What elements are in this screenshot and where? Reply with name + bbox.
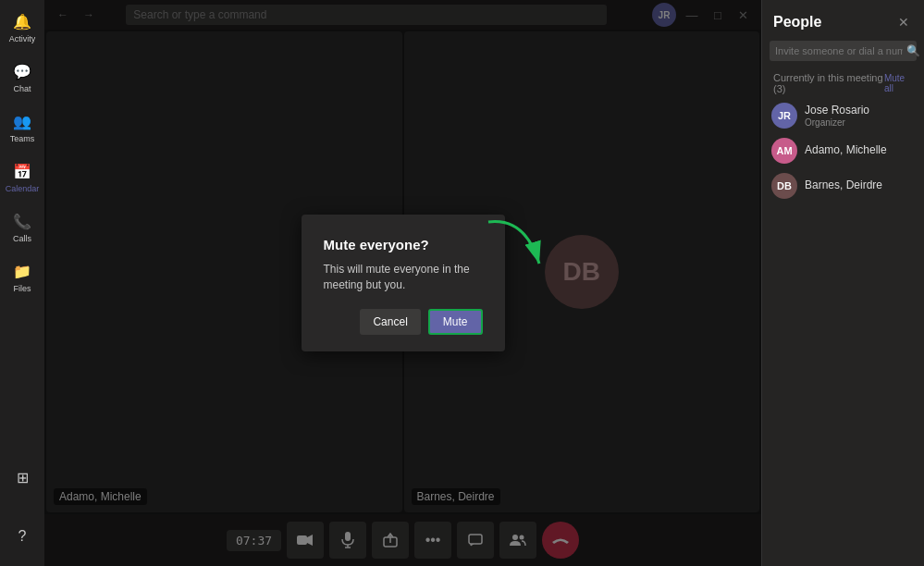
participant-avatar-am: AM [771,138,797,164]
sidebar-item-calls-label: Calls [13,234,31,243]
sidebar-item-files-label: Files [13,284,31,293]
sidebar-item-calendar-label: Calendar [6,184,40,193]
invite-input[interactable] [775,45,903,56]
calendar-icon: 📅 [13,163,31,181]
calls-icon: 📞 [13,213,31,231]
mute-dialog: Mute everyone? This will mute everyone i… [302,215,505,352]
participant-name-am: Adamo, Michelle [805,143,915,158]
modal-actions: Cancel Mute [324,309,483,335]
sidebar-item-activity-label: Activity [9,34,36,43]
participant-name-jr: Jose Rosario [805,104,915,118]
files-icon: 📁 [13,263,31,281]
sidebar-item-chat-label: Chat [13,84,31,93]
sidebar-item-activity[interactable]: 🔔 Activity [4,4,41,52]
invite-bar[interactable]: 🔍 [770,41,917,61]
modal-title: Mute everyone? [324,237,483,252]
mute-button[interactable]: Mute [428,309,483,335]
help-icon: ? [13,527,31,546]
panel-header: People ✕ [762,0,924,41]
teams-icon: 👥 [13,113,31,131]
sidebar-item-more[interactable]: ⊞ [4,453,41,501]
main-content: ← → Search or type a command JR — □ ✕ Ad… [44,0,761,566]
panel-close-button[interactable]: ✕ [894,13,913,31]
more-apps-icon: ⊞ [13,468,31,486]
search-icon: 🔍 [906,44,920,57]
participant-item-1[interactable]: AM Adamo, Michelle [762,133,924,168]
sidebar-item-help[interactable]: ? [4,512,41,560]
activity-icon: 🔔 [13,13,31,31]
sidebar-item-calls[interactable]: 📞 Calls [4,203,41,252]
participant-item-2[interactable]: DB Barnes, Deirdre [762,168,924,203]
arrow-indicator [479,213,553,287]
modal-overlay: Mute everyone? This will mute everyone i… [44,0,761,566]
participant-avatar-db: DB [771,173,797,199]
participant-item-0[interactable]: JR Jose Rosario Organizer [762,98,924,133]
participant-name-db: Barnes, Deirdre [805,178,915,193]
sidebar-item-calendar[interactable]: 📅 Calendar [4,154,41,202]
right-panel: People ✕ 🔍 Currently in this meeting (3)… [761,0,924,566]
participant-info-1: Adamo, Michelle [805,143,915,158]
panel-title: People [773,14,821,31]
sidebar-item-files[interactable]: 📁 Files [4,253,41,301]
sidebar-item-teams-label: Teams [10,134,35,143]
sidebar: 🔔 Activity 💬 Chat 👥 Teams 📅 Calendar 📞 C… [0,0,44,566]
participants-section-label: Currently in this meeting (3) Mute all [762,68,924,98]
participant-avatar-jr: JR [771,103,797,129]
mute-all-button[interactable]: Mute all [884,73,913,93]
modal-body: This will mute everyone in the meeting b… [324,262,483,293]
cancel-button[interactable]: Cancel [360,309,420,335]
sidebar-item-teams[interactable]: 👥 Teams [4,104,41,152]
participant-role-jr: Organizer [805,117,915,128]
sidebar-item-chat[interactable]: 💬 Chat [4,54,41,102]
participant-info-0: Jose Rosario Organizer [805,104,915,129]
participant-info-2: Barnes, Deirdre [805,178,915,193]
chat-icon: 💬 [13,63,31,81]
